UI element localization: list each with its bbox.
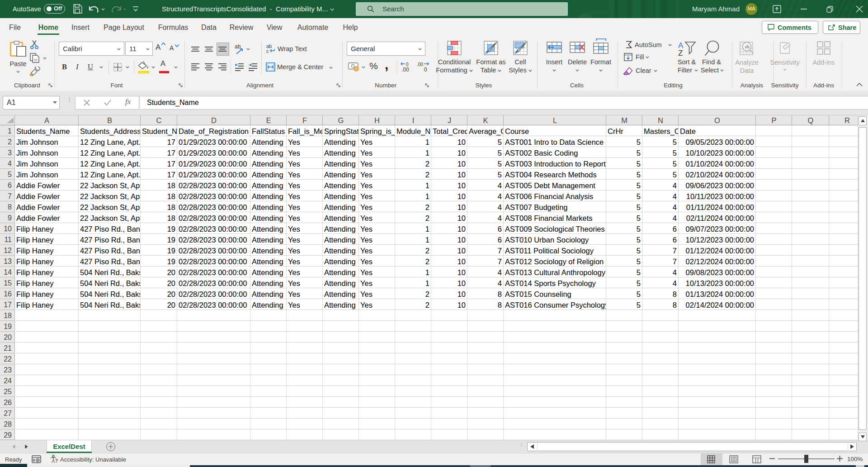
svg-text:Z: Z: [678, 49, 683, 56]
svg-text:?: ?: [55, 458, 58, 463]
svg-text:c: c: [266, 48, 269, 54]
